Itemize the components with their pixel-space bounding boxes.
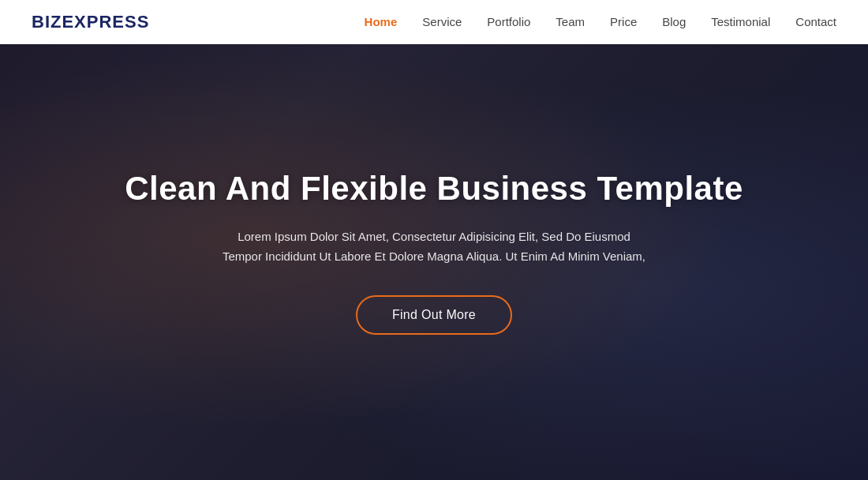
nav-link-blog[interactable]: Blog: [662, 15, 686, 28]
hero-title: Clean And Flexible Business Template: [125, 169, 743, 208]
nav-link-team[interactable]: Team: [556, 15, 585, 28]
nav-item-portfolio[interactable]: Portfolio: [487, 15, 530, 29]
hero-content: Clean And Flexible Business Template Lor…: [46, 169, 822, 334]
nav-item-team[interactable]: Team: [556, 15, 585, 29]
nav-item-testimonial[interactable]: Testimonial: [711, 15, 770, 29]
hero-subtitle: Lorem Ipsum Dolor Sit Amet, Consectetur …: [125, 227, 743, 267]
hero-cta-button[interactable]: Find Out More: [356, 295, 512, 335]
hero-subtitle-line1: Lorem Ipsum Dolor Sit Amet, Consectetur …: [238, 230, 630, 243]
nav-item-home[interactable]: Home: [365, 15, 398, 29]
navbar: BIZEXPRESS Home Service Portfolio Team P…: [0, 0, 868, 44]
nav-item-contact[interactable]: Contact: [795, 15, 836, 29]
nav-link-home[interactable]: Home: [365, 15, 398, 28]
nav-item-service[interactable]: Service: [422, 15, 462, 29]
nav-item-price[interactable]: Price: [610, 15, 637, 29]
nav-link-contact[interactable]: Contact: [795, 15, 836, 28]
nav-link-testimonial[interactable]: Testimonial: [711, 15, 770, 28]
hero-subtitle-line2: Tempor Incididunt Ut Labore Et Dolore Ma…: [223, 249, 645, 263]
nav-link-portfolio[interactable]: Portfolio: [487, 15, 530, 28]
nav-link-price[interactable]: Price: [610, 15, 637, 28]
hero-section: Clean And Flexible Business Template Lor…: [0, 0, 868, 480]
brand-logo[interactable]: BIZEXPRESS: [32, 12, 149, 32]
nav-links: Home Service Portfolio Team Price Blog T…: [365, 15, 836, 29]
nav-item-blog[interactable]: Blog: [662, 15, 686, 29]
nav-link-service[interactable]: Service: [422, 15, 462, 28]
